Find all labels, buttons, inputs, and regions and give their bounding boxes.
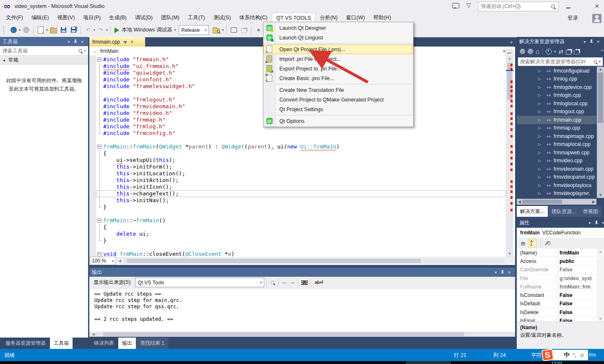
property-value[interactable]: g:\video_syst: [557, 276, 597, 281]
expander-icon[interactable]: ▷: [538, 175, 542, 179]
find-in-files-icon[interactable]: [212, 26, 221, 34]
ime-punctuation-mode[interactable]: °,: [573, 352, 576, 358]
menu-item[interactable]: QtLaunch Qt Linguist: [263, 33, 413, 42]
menu-item[interactable]: Import .pri File to Project...: [263, 54, 413, 64]
expander-icon[interactable]: ▷: [538, 93, 542, 97]
properties-vertical-scrollbar[interactable]: ▲ ▼: [597, 249, 604, 322]
pin-tab-icon[interactable]: [123, 39, 127, 44]
panel-tab[interactable]: 错误列表: [90, 338, 118, 349]
solution-vertical-scrollbar[interactable]: ▲ ▼: [597, 67, 604, 198]
scroll-up-icon[interactable]: ▲: [597, 250, 604, 254]
line-list-icon[interactable]: ≡: [254, 26, 263, 34]
filter-caret-icon[interactable]: ▾: [554, 49, 556, 54]
expander-icon[interactable]: ▷: [538, 109, 542, 114]
solution-horizontal-scrollbar[interactable]: ◀ ▶: [517, 199, 596, 205]
sync-with-active-document-icon[interactable]: ⇄: [559, 48, 564, 55]
pin-icon[interactable]: [589, 39, 594, 44]
tree-item[interactable]: ▷++frmlog.cpp: [517, 75, 596, 83]
overflow-icon[interactable]: »: [601, 48, 603, 52]
undo-caret-icon[interactable]: ▾: [94, 28, 95, 32]
pin-icon[interactable]: [594, 220, 599, 226]
code-line[interactable]: this->initLocation();: [96, 170, 506, 177]
toolbox-header[interactable]: 工具箱 ▾ ×: [0, 37, 88, 46]
clear-all-icon[interactable]: ✕: [302, 279, 307, 286]
sogou-ime-icon[interactable]: S: [541, 348, 554, 361]
properties-object-select[interactable]: frmMain VCCodeFunction ▾: [517, 228, 604, 238]
property-row[interactable]: IsDeleteFalse: [517, 308, 597, 317]
property-value[interactable]: public: [557, 258, 597, 264]
back-icon[interactable]: ←: [520, 49, 525, 54]
window-position-caret-icon[interactable]: ▾: [586, 221, 593, 225]
toolbar-grip[interactable]: [3, 26, 6, 34]
menu-v[interactable]: 视图(V): [53, 13, 79, 23]
tree-item[interactable]: ▷++frmvideoplayloca: [517, 181, 596, 190]
sign-in-link[interactable]: 登录: [568, 15, 578, 22]
configuration-select[interactable]: Release ▾: [179, 25, 209, 35]
scroll-down-icon[interactable]: ▼: [597, 317, 604, 321]
property-row[interactable]: CanOverrideFalse: [517, 266, 597, 274]
expander-icon[interactable]: ▷: [538, 159, 542, 163]
expander-icon[interactable]: ▷: [538, 118, 542, 122]
redo-caret-icon[interactable]: ▾: [106, 28, 108, 32]
code-line[interactable]: [96, 244, 506, 251]
tree-item[interactable]: ▷++frmvideoplaynvr.: [517, 190, 596, 198]
copy-icon[interactable]: [240, 26, 248, 34]
tree-item[interactable]: ▷++frmmaplocal.cpp: [517, 140, 596, 149]
navigate-back-caret-icon[interactable]: ▾: [19, 28, 21, 32]
categorized-icon[interactable]: ▤: [519, 239, 527, 247]
scroll-up-icon[interactable]: ▲: [597, 67, 604, 72]
property-value[interactable]: False: [557, 292, 597, 298]
tree-item[interactable]: ▷++frmvideomain.cpp: [517, 165, 596, 173]
toolbox-section-general[interactable]: ▲ 常规: [0, 56, 88, 65]
tree-item[interactable]: ▷++frmvideopanel.cpp: [517, 173, 596, 182]
home-icon[interactable]: ⌂: [536, 48, 539, 55]
show-all-files-icon[interactable]: [574, 49, 579, 55]
menu-f[interactable]: 文件(F): [2, 13, 27, 23]
code-line[interactable]: {: [96, 150, 506, 157]
menu-m[interactable]: 团队(M): [157, 13, 184, 23]
scroll-down-icon[interactable]: ▼: [506, 251, 513, 257]
expander-icon[interactable]: ▷: [538, 69, 542, 73]
expander-icon[interactable]: ▷: [538, 191, 542, 195]
property-row[interactable]: FullNamefrmMain::frm: [517, 283, 597, 291]
code-line[interactable]: }: [96, 237, 506, 244]
scroll-up-icon[interactable]: ▲: [506, 55, 513, 61]
menu-item[interactable]: Create New Translation File: [263, 85, 413, 95]
save-all-icon[interactable]: [69, 26, 78, 34]
alphabetical-sort-icon[interactable]: A↓Z: [528, 239, 536, 247]
expander-icon[interactable]: ▷: [538, 167, 542, 171]
redo-icon[interactable]: ↷: [96, 26, 105, 34]
expander-icon[interactable]: ▷: [538, 101, 542, 106]
editor-vertical-scrollbar[interactable]: ▲ ▼: [506, 55, 513, 257]
debug-target-caret-icon[interactable]: ▾: [174, 28, 176, 32]
code-line[interactable]: frmMain::~frmMain(): [96, 217, 506, 224]
document-tab-frmmain[interactable]: frmmain.cpp ×: [89, 37, 145, 47]
breadcrumb-member[interactable]: frmMain: [100, 48, 118, 54]
scroll-down-icon[interactable]: ▼: [597, 192, 604, 198]
code-line[interactable]: this->initIcon();: [96, 184, 506, 190]
output-source-select[interactable]: Qt VS Tools ▾: [135, 278, 264, 287]
menu-d[interactable]: 调试(D): [131, 13, 157, 23]
code-line[interactable]: this->initForm();: [96, 164, 506, 170]
expander-icon[interactable]: ▷: [538, 85, 542, 89]
ime-language-mode[interactable]: 中: [564, 351, 570, 359]
ime-emoji-icon[interactable]: ☺: [579, 352, 585, 358]
code-line[interactable]: [96, 137, 506, 143]
tree-item[interactable]: ▷++frmmapweb.cpp: [517, 148, 596, 157]
panel-tab[interactable]: 查找结果 1: [136, 338, 168, 349]
code-line[interactable]: void frmMain::closeEvent(QCloseEvent *e): [96, 251, 506, 257]
scroll-left-icon[interactable]: ◀: [518, 200, 521, 204]
tree-item[interactable]: ▷++frmmap.cpp: [517, 124, 596, 133]
debug-target-label[interactable]: 本地 Windows 调试器: [122, 26, 172, 34]
property-pages-icon[interactable]: [543, 239, 551, 247]
close-panel-icon[interactable]: ×: [506, 269, 513, 276]
property-row[interactable]: IsDefaultFalse: [517, 300, 597, 308]
save-icon[interactable]: [59, 26, 68, 34]
code-line[interactable]: ui->setupUi(this);: [96, 157, 506, 164]
tree-item[interactable]: ▷++frmlogdevice.cpp: [517, 83, 596, 91]
window-position-caret-icon[interactable]: ▾: [65, 39, 72, 44]
zoom-select[interactable]: 100 % ▾: [90, 257, 116, 265]
user-avatar[interactable]: [592, 14, 601, 23]
new-file-icon[interactable]: [36, 26, 45, 34]
editor-horizontal-scrollbar[interactable]: [124, 258, 504, 263]
